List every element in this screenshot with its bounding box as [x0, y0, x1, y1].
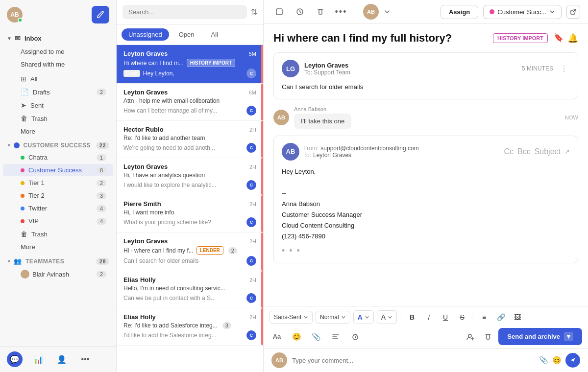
teammates-badge: 28	[96, 258, 109, 265]
list-btn[interactable]: ≡	[477, 310, 491, 324]
attachment-icon[interactable]: 📎	[309, 329, 323, 344]
chat-icon-btn[interactable]: 💬	[7, 351, 23, 367]
sidebar-item-chatra[interactable]: Chatra 1	[3, 151, 113, 163]
underline-btn[interactable]: U	[439, 310, 452, 324]
inbox-chevron: ▼	[7, 36, 12, 41]
conversation-item[interactable]: Leyton Graves 2H Hi, I have an analytics…	[117, 158, 263, 195]
conv-sender-name: Elias Holly	[123, 276, 156, 283]
tier1-badge: 2	[97, 180, 106, 186]
sidebar-item-shared-with-me[interactable]: Shared with me	[3, 58, 113, 70]
note-text: I'll take this one	[294, 114, 351, 129]
compose-icon-btn[interactable]	[271, 4, 287, 20]
conv-sender-name: Leyton Graves	[123, 50, 168, 57]
chart-icon-btn[interactable]: 📊	[30, 351, 46, 367]
tab-open[interactable]: Open	[172, 28, 201, 41]
message-header: LG Leyton Graves To: Support Team 5 MINU…	[282, 60, 570, 77]
schedule-icon[interactable]	[348, 329, 363, 344]
sidebar-item-twitter[interactable]: Twitter 4	[3, 202, 113, 214]
sidebar-item-more[interactable]: More	[3, 125, 113, 138]
sidebar-item-trash[interactable]: 🗑 Trash	[3, 112, 113, 125]
font-family-select[interactable]: Sans-Serif	[270, 311, 313, 324]
contacts-icon-btn[interactable]: 👤	[54, 351, 70, 367]
assign-button[interactable]: Assign	[441, 5, 478, 19]
tab-unassigned[interactable]: Unassigned	[122, 28, 169, 41]
conversation-item[interactable]: Pierre Smith 2H Hi, I want more info Wha…	[117, 195, 263, 232]
bcc-btn[interactable]: Bcc	[517, 147, 531, 156]
user-avatar[interactable]: AB	[7, 7, 23, 23]
conversation-item[interactable]: Elias Holly 2H Re: I'd like to add Sales…	[117, 308, 263, 346]
emoji-icon[interactable]: 😊	[289, 329, 304, 344]
inbox-group-header[interactable]: ▼ ✉ Inbox	[0, 31, 116, 45]
external-link-btn[interactable]	[566, 5, 580, 19]
subject-btn[interactable]: Subject	[535, 147, 561, 156]
sidebar-item-all[interactable]: ⊞ All	[3, 72, 113, 85]
unread-stripe	[261, 121, 263, 158]
image-btn[interactable]: 🖼	[511, 310, 524, 324]
delete-compose-icon[interactable]	[481, 329, 495, 344]
italic-btn[interactable]: I	[422, 310, 436, 324]
conv-preview: I'd like to add the Salesforce integ... …	[123, 330, 256, 340]
customer-success-label: Customer Success	[28, 166, 82, 174]
sidebar-item-tier2[interactable]: Tier 2 3	[3, 189, 113, 202]
sidebar-item-sent[interactable]: ➤ Sent	[3, 99, 113, 112]
template-icon[interactable]	[328, 329, 343, 344]
delete-icon-btn[interactable]	[313, 4, 328, 20]
sort-icon[interactable]: ⇅	[251, 7, 257, 17]
conversation-item[interactable]: Elias Holly 2H Hello, I'm in need of con…	[117, 271, 263, 308]
text-size-icon[interactable]: Aa	[270, 329, 284, 344]
sidebar-item-vip[interactable]: VIP 4	[3, 215, 113, 227]
sidebar-item-more2[interactable]: More	[3, 241, 113, 253]
sidebar-navigation: ▼ ✉ Inbox Assigned to me Shared with me …	[0, 29, 116, 283]
cc-btn[interactable]: Cc	[504, 147, 514, 156]
to-label: To:	[303, 152, 311, 159]
text-color-select[interactable]: A	[353, 310, 374, 324]
search-input[interactable]	[122, 5, 247, 19]
comment-send-btn[interactable]	[565, 353, 580, 368]
team-button[interactable]: Customer Succ...	[483, 5, 562, 19]
message-sender-info: Leyton Graves To: Support Team	[304, 62, 350, 76]
external-icon-small[interactable]: ↗	[564, 148, 570, 155]
clock-icon-btn[interactable]	[292, 4, 308, 20]
conv-avatar-small: C	[246, 217, 256, 227]
compose-button[interactable]	[92, 6, 109, 23]
vip-dot	[21, 219, 24, 223]
sidebar-item-tier1[interactable]: Tier 1 2	[3, 177, 113, 189]
customer-success-section[interactable]: ▼ Customer Success 22	[0, 138, 116, 151]
add-person-icon[interactable]	[463, 329, 478, 344]
sidebar-item-assigned-to-me[interactable]: Assigned to me	[3, 46, 113, 58]
teammates-section[interactable]: ▼ 👥 Teammates 28	[0, 254, 116, 267]
bell-icon[interactable]: 🔔	[567, 33, 578, 44]
conversation-item[interactable]: Hector Rubio 2H Re: I'd like to add anot…	[117, 121, 263, 158]
avatar-chevron-icon[interactable]	[384, 8, 391, 15]
font-size-select[interactable]: Normal	[316, 311, 350, 324]
conversation-item[interactable]: Leyton Graves 6M Attn - help me with ema…	[117, 84, 263, 121]
bookmark-icon[interactable]: 🔖	[554, 33, 564, 44]
tab-all[interactable]: All	[204, 28, 224, 41]
conv-subject: Re: I'd like to add another team	[123, 135, 256, 141]
send-dropdown-arrow[interactable]: ▾	[564, 332, 573, 341]
bold-btn[interactable]: B	[405, 310, 419, 324]
conv-avatar-small: C	[246, 293, 256, 303]
comment-input[interactable]	[292, 357, 534, 364]
sidebar-item-customer-success[interactable]: Customer Success 8	[3, 164, 113, 176]
highlight-color-select[interactable]: A	[377, 310, 397, 324]
sidebar-item-trash2[interactable]: 🗑 Trash	[3, 228, 113, 240]
message-more-btn[interactable]: ⋮	[558, 64, 570, 73]
header-user-avatar[interactable]: AB	[363, 4, 379, 20]
conv-avatar-small: C	[246, 143, 256, 153]
reply-body[interactable]: Hey Leyton,--Anna BabsonCustomer Success…	[282, 163, 570, 242]
comment-attachment-icon[interactable]: 📎	[539, 356, 548, 365]
link-btn[interactable]: 🔗	[494, 310, 508, 324]
send-archive-button[interactable]: Send and archive ▾	[498, 328, 582, 345]
conversation-item[interactable]: Leyton Graves 2H Hi - where can I find m…	[117, 232, 263, 271]
more-icon-btn[interactable]: •••	[333, 4, 349, 20]
sidebar-item-blair[interactable]: Blair Avinash 2	[3, 267, 113, 281]
font-chevron-icon	[303, 315, 308, 320]
reply-more-btn[interactable]: • • •	[282, 242, 570, 256]
comment-emoji-icon[interactable]: 😊	[552, 356, 562, 365]
more-icon-btn[interactable]: •••	[77, 351, 93, 367]
sidebar-item-drafts[interactable]: 📄 Drafts 2	[3, 86, 113, 98]
conversation-item[interactable]: Leyton Graves 5M Hi where can I find m..…	[117, 45, 263, 84]
conversation-content: Hi where can I find my full history? HIS…	[264, 24, 588, 306]
strikethrough-btn[interactable]: S	[455, 310, 469, 324]
